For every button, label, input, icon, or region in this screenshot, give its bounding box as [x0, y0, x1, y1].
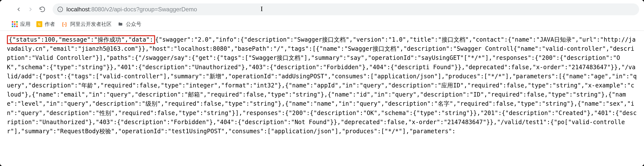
json-response-body[interactable]: {"status":100,"message":"操作成功","data":{"… — [0, 31, 644, 166]
favicon-aliyun-icon: [-] — [61, 22, 68, 27]
url-text: localhost:8080/v2/api-docs?group=Swagger… — [66, 6, 197, 13]
bookmarks-bar: 应用 短 作者 [-] 阿里云开发者社区 公众号 — [0, 18, 644, 31]
apps-grid-icon — [12, 21, 18, 27]
apps-shortcut[interactable]: 应用 — [12, 21, 30, 28]
bookmark-gongzhonghao[interactable]: 公众号 — [118, 21, 141, 28]
browser-window: i localhost:8080/v2/api-docs?group=Swagg… — [0, 0, 644, 166]
bookmark-author-label: 作者 — [45, 21, 55, 28]
bookmark-aliyun[interactable]: [-] 阿里云开发者社区 — [61, 21, 112, 28]
reload-button[interactable] — [38, 6, 46, 13]
folder-icon — [118, 22, 124, 27]
json-rest: {"swagger":"2.0","info":{"description":"… — [7, 36, 637, 135]
forward-button[interactable] — [26, 6, 34, 13]
address-bar[interactable]: i localhost:8080/v2/api-docs?group=Swagg… — [52, 4, 639, 15]
bookmark-author[interactable]: 短 作者 — [36, 21, 55, 28]
bookmark-aliyun-label: 阿里云开发者社区 — [70, 21, 112, 28]
highlighted-json-prefix: {"status":100,"message":"操作成功","data": — [7, 35, 155, 44]
back-button[interactable] — [15, 6, 22, 13]
favicon-author-icon: 短 — [36, 21, 42, 27]
bookmark-gongzhonghao-label: 公众号 — [126, 21, 141, 28]
browser-toolbar: i localhost:8080/v2/api-docs?group=Swagg… — [0, 0, 644, 18]
apps-label: 应用 — [20, 21, 30, 28]
site-info-icon[interactable]: i — [58, 7, 63, 12]
text-cursor-icon: I — [260, 5, 263, 13]
